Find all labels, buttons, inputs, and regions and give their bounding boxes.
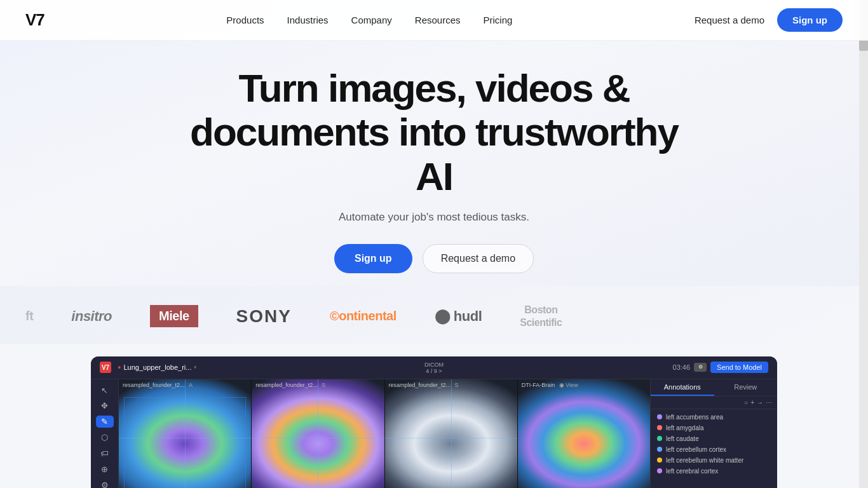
logo-sony: SONY (236, 306, 292, 327)
nav-resources[interactable]: Resources (415, 15, 461, 25)
app-logo: V7 (100, 362, 111, 373)
hero-section: Turn images, videos & documents into tru… (0, 0, 868, 286)
scrollbar-track[interactable] (859, 0, 868, 488)
annotations-tabs: Annotations Review (651, 379, 777, 396)
scan-panel-4-label: DTI-FA-Brain ◉ View (522, 382, 578, 388)
sidebar-settings-icon[interactable]: ⚙ (96, 479, 114, 488)
nav-actions: Request a demo Sign up (695, 8, 843, 32)
logos-inner: ft insitro Miele SONY ©ontinental ⬤ hudl… (0, 304, 868, 328)
annotation-item-3: left caudate (651, 433, 777, 444)
logo-continental: ©ontinental (330, 309, 397, 323)
sidebar-pan-icon[interactable]: ✥ (96, 400, 114, 412)
sidebar-cursor-icon[interactable]: ↖ (96, 384, 114, 396)
app-sidebar: ↖ ✥ ✎ ⬡ 🏷 ⊕ ⚙ (91, 379, 119, 488)
sidebar-label-icon[interactable]: 🏷 (96, 447, 114, 459)
logo: V7 (25, 10, 44, 30)
nav-request-demo[interactable]: Request a demo (695, 15, 764, 25)
ann-label-5: left cerebellum white matter (666, 457, 743, 464)
tab-annotations[interactable]: Annotations (651, 379, 714, 396)
scan-panel-3: resampled_founder_t2... S L A (385, 379, 517, 488)
nav-links: Products Industries Company Resources Pr… (226, 15, 512, 26)
nav-sign-up[interactable]: Sign up (777, 8, 843, 32)
app-titlebar: V7 ● Lung_upper_lobe_ri... ▾ DICOM 4 / 9… (91, 356, 777, 379)
navbar: V7 Products Industries Company Resources… (0, 0, 868, 41)
app-content: ↖ ✥ ✎ ⬡ 🏷 ⊕ ⚙ resampled_founder_t2... A … (91, 379, 777, 488)
annotation-item-5: left cerebellum white matter (651, 455, 777, 466)
ann-label-4: left cerebellum cortex (666, 446, 726, 453)
ann-label-3: left caudate (666, 435, 699, 442)
scan-panel-1-label: resampled_founder_t2... A (123, 382, 193, 388)
ann-label-1: left accumbens area (666, 414, 723, 421)
scan-panel-4: DTI-FA-Brain ◉ View (518, 379, 650, 488)
app-timer: 03:46 ⚙ Send to Model (673, 362, 768, 373)
logo-miele: Miele (150, 305, 198, 327)
annotation-item-4: left cerebellum cortex (651, 444, 777, 455)
hero-signup-button[interactable]: Sign up (334, 244, 412, 273)
scan-panel-2-label: resampled_founder_t2... S (255, 382, 325, 388)
ann-tool-plus[interactable]: + (750, 399, 754, 406)
scan-panels: resampled_founder_t2... A R L resampled_… (119, 379, 650, 488)
logos-strip: ft insitro Miele SONY ©ontinental ⬤ hudl… (0, 286, 868, 343)
annotation-item-2: left amygdala (651, 423, 777, 433)
ann-dot-1 (657, 414, 662, 419)
ann-tool-arrow[interactable]: → (757, 399, 763, 406)
ann-dot-5 (657, 458, 662, 463)
ann-tool-more[interactable]: ⋯ (766, 399, 772, 406)
nav-products[interactable]: Products (226, 15, 264, 25)
ann-dot-4 (657, 447, 662, 452)
ann-dot-3 (657, 436, 662, 441)
nav-pricing[interactable]: Pricing (484, 15, 513, 25)
app-preview: V7 ● Lung_upper_lobe_ri... ▾ DICOM 4 / 9… (0, 344, 868, 488)
nav-industries[interactable]: Industries (287, 15, 329, 25)
annotation-item-1: left accumbens area (651, 412, 777, 423)
ann-tool-circle[interactable]: ○ (744, 399, 748, 406)
ann-label-2: left amygdala (666, 424, 703, 431)
sidebar-draw-icon[interactable]: ✎ (96, 416, 114, 428)
dicom-info: DICOM 4 / 9 > (424, 362, 444, 374)
scan-panel-2: resampled_founder_t2... S R L (252, 379, 384, 488)
logo-boston: BostonScientific (520, 304, 562, 328)
hero-subtitle: Automate your job's most tedious tasks. (339, 211, 529, 224)
hero-demo-button[interactable]: Request a demo (423, 244, 534, 273)
annotation-item-6: left cerebral cortex (651, 466, 777, 477)
app-tab-active[interactable]: ● Lung_upper_lobe_ri... ▾ (118, 363, 197, 371)
hero-actions: Sign up Request a demo (334, 244, 534, 273)
send-to-model-button[interactable]: Send to Model (710, 362, 768, 373)
sidebar-zoom-icon[interactable]: ⊕ (96, 463, 114, 475)
logo-softly: ft (25, 309, 33, 323)
annotations-panel: Annotations Review ○ + → ⋯ left accumben… (650, 379, 777, 488)
ann-dot-2 (657, 425, 662, 430)
logo-hudl: ⬤ hudl (435, 308, 482, 325)
ann-dot-6 (657, 468, 662, 473)
ann-label-6: left cerebral cortex (666, 468, 718, 475)
scan-panel-1: resampled_founder_t2... A R L (119, 379, 251, 488)
logo-insitro: insitro (71, 308, 112, 325)
scan-panel-3-label: resampled_founder_t2... S (389, 382, 459, 388)
app-window: V7 ● Lung_upper_lobe_ri... ▾ DICOM 4 / 9… (91, 356, 777, 488)
nav-company[interactable]: Company (351, 15, 392, 25)
tab-review[interactable]: Review (714, 379, 778, 396)
hero-title: Turn images, videos & documents into tru… (186, 66, 682, 198)
sidebar-shape-icon[interactable]: ⬡ (96, 431, 114, 444)
annotations-list: left accumbens area left amygdala left c… (651, 409, 777, 488)
